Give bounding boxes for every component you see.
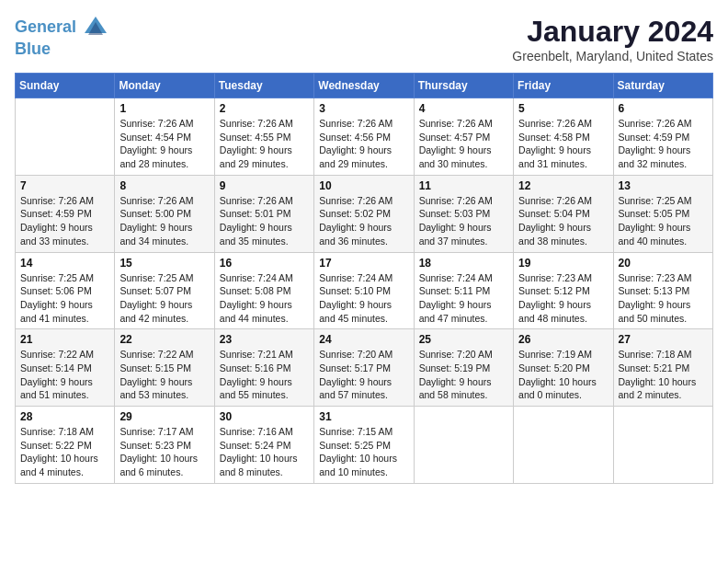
logo-text: General [15,15,108,40]
col-friday: Friday [514,74,613,98]
table-row: 22Sunrise: 7:22 AMSunset: 5:15 PMDayligh… [115,329,214,407]
table-row [514,407,613,484]
day-number: 6 [619,102,708,115]
day-info: Sunrise: 7:26 AMSunset: 4:54 PMDaylight:… [119,117,209,171]
table-row: 16Sunrise: 7:24 AMSunset: 5:08 PMDayligh… [214,252,313,329]
day-number: 20 [619,257,708,270]
day-number: 23 [220,333,309,346]
table-row: 11Sunrise: 7:26 AMSunset: 5:03 PMDayligh… [414,175,513,252]
table-row: 24Sunrise: 7:20 AMSunset: 5:17 PMDayligh… [314,329,414,407]
day-number: 24 [319,333,408,346]
table-row: 19Sunrise: 7:23 AMSunset: 5:12 PMDayligh… [514,252,613,329]
day-info: Sunrise: 7:26 AMSunset: 4:58 PMDaylight:… [518,117,608,171]
day-info: Sunrise: 7:26 AMSunset: 5:04 PMDaylight:… [518,194,608,248]
col-monday: Monday [115,74,214,98]
logo: General Blue [15,15,108,59]
col-thursday: Thursday [414,74,513,98]
day-number: 16 [220,257,309,270]
calendar-week-row: 28Sunrise: 7:18 AMSunset: 5:22 PMDayligh… [16,407,713,484]
day-info: Sunrise: 7:26 AMSunset: 4:55 PMDaylight:… [220,117,309,171]
day-number: 4 [419,102,508,115]
day-info: Sunrise: 7:24 AMSunset: 5:08 PMDaylight:… [220,271,309,326]
day-number: 5 [518,102,608,115]
day-info: Sunrise: 7:23 AMSunset: 5:13 PMDaylight:… [619,271,708,326]
day-info: Sunrise: 7:26 AMSunset: 5:00 PMDaylight:… [119,194,209,248]
day-number: 12 [518,179,608,192]
day-info: Sunrise: 7:23 AMSunset: 5:12 PMDaylight:… [518,271,608,326]
day-info: Sunrise: 7:20 AMSunset: 5:17 PMDaylight:… [319,348,408,402]
location: Greenbelt, Maryland, United States [512,49,713,63]
calendar-week-row: 1Sunrise: 7:26 AMSunset: 4:54 PMDaylight… [16,98,713,176]
calendar-header-row: Sunday Monday Tuesday Wednesday Thursday… [16,74,713,98]
table-row: 10Sunrise: 7:26 AMSunset: 5:02 PMDayligh… [314,175,414,252]
day-number: 21 [20,333,109,346]
day-info: Sunrise: 7:17 AMSunset: 5:23 PMDaylight:… [119,425,209,479]
day-info: Sunrise: 7:24 AMSunset: 5:10 PMDaylight:… [319,271,408,326]
calendar-week-row: 21Sunrise: 7:22 AMSunset: 5:14 PMDayligh… [16,329,713,407]
table-row: 28Sunrise: 7:18 AMSunset: 5:22 PMDayligh… [16,407,115,484]
day-info: Sunrise: 7:20 AMSunset: 5:19 PMDaylight:… [419,348,508,402]
day-info: Sunrise: 7:26 AMSunset: 4:59 PMDaylight:… [20,194,109,248]
month-title: January 2024 [512,15,713,49]
table-row: 15Sunrise: 7:25 AMSunset: 5:07 PMDayligh… [115,252,214,329]
table-row: 18Sunrise: 7:24 AMSunset: 5:11 PMDayligh… [414,252,513,329]
table-row: 4Sunrise: 7:26 AMSunset: 4:57 PMDaylight… [414,98,513,176]
day-info: Sunrise: 7:16 AMSunset: 5:24 PMDaylight:… [220,425,309,479]
table-row: 29Sunrise: 7:17 AMSunset: 5:23 PMDayligh… [115,407,214,484]
table-row: 27Sunrise: 7:18 AMSunset: 5:21 PMDayligh… [613,329,712,407]
col-sunday: Sunday [16,74,115,98]
day-number: 7 [20,179,109,192]
day-number: 1 [119,102,209,115]
day-info: Sunrise: 7:25 AMSunset: 5:06 PMDaylight:… [20,271,109,326]
day-number: 15 [119,257,209,270]
calendar-table: Sunday Monday Tuesday Wednesday Thursday… [15,73,713,484]
day-number: 14 [20,257,109,270]
calendar-week-row: 7Sunrise: 7:26 AMSunset: 4:59 PMDaylight… [16,175,713,252]
table-row: 12Sunrise: 7:26 AMSunset: 5:04 PMDayligh… [514,175,613,252]
day-info: Sunrise: 7:18 AMSunset: 5:22 PMDaylight:… [20,425,109,479]
page-header: General Blue January 2024 Greenbelt, Mar… [15,15,713,63]
day-number: 3 [319,102,408,115]
table-row: 23Sunrise: 7:21 AMSunset: 5:16 PMDayligh… [214,329,313,407]
day-number: 26 [518,333,608,346]
table-row: 1Sunrise: 7:26 AMSunset: 4:54 PMDaylight… [115,98,214,176]
day-info: Sunrise: 7:18 AMSunset: 5:21 PMDaylight:… [619,348,708,402]
day-number: 10 [319,179,408,192]
day-number: 25 [419,333,508,346]
day-number: 17 [319,257,408,270]
table-row [414,407,513,484]
day-number: 11 [419,179,508,192]
col-tuesday: Tuesday [214,74,313,98]
table-row [16,98,115,176]
day-number: 22 [119,333,209,346]
day-info: Sunrise: 7:22 AMSunset: 5:15 PMDaylight:… [119,348,209,402]
day-info: Sunrise: 7:15 AMSunset: 5:25 PMDaylight:… [319,425,408,479]
day-info: Sunrise: 7:26 AMSunset: 5:01 PMDaylight:… [220,194,309,248]
day-number: 29 [119,410,209,423]
table-row: 3Sunrise: 7:26 AMSunset: 4:56 PMDaylight… [314,98,414,176]
table-row: 20Sunrise: 7:23 AMSunset: 5:13 PMDayligh… [613,252,712,329]
day-number: 30 [220,410,309,423]
day-info: Sunrise: 7:26 AMSunset: 5:02 PMDaylight:… [319,194,408,248]
col-wednesday: Wednesday [314,74,414,98]
day-info: Sunrise: 7:26 AMSunset: 4:57 PMDaylight:… [419,117,508,171]
day-number: 13 [619,179,708,192]
day-info: Sunrise: 7:26 AMSunset: 4:59 PMDaylight:… [619,117,708,171]
table-row [613,407,712,484]
day-info: Sunrise: 7:25 AMSunset: 5:05 PMDaylight:… [619,194,708,248]
day-number: 8 [119,179,209,192]
day-number: 2 [220,102,309,115]
day-number: 31 [319,410,408,423]
table-row: 13Sunrise: 7:25 AMSunset: 5:05 PMDayligh… [613,175,712,252]
table-row: 2Sunrise: 7:26 AMSunset: 4:55 PMDaylight… [214,98,313,176]
day-number: 9 [220,179,309,192]
day-number: 27 [619,333,708,346]
day-info: Sunrise: 7:19 AMSunset: 5:20 PMDaylight:… [518,348,608,402]
calendar-week-row: 14Sunrise: 7:25 AMSunset: 5:06 PMDayligh… [16,252,713,329]
table-row: 5Sunrise: 7:26 AMSunset: 4:58 PMDaylight… [514,98,613,176]
table-row: 21Sunrise: 7:22 AMSunset: 5:14 PMDayligh… [16,329,115,407]
day-number: 19 [518,257,608,270]
day-number: 28 [20,410,109,423]
logo-blue: Blue [15,40,108,59]
table-row: 9Sunrise: 7:26 AMSunset: 5:01 PMDaylight… [214,175,313,252]
